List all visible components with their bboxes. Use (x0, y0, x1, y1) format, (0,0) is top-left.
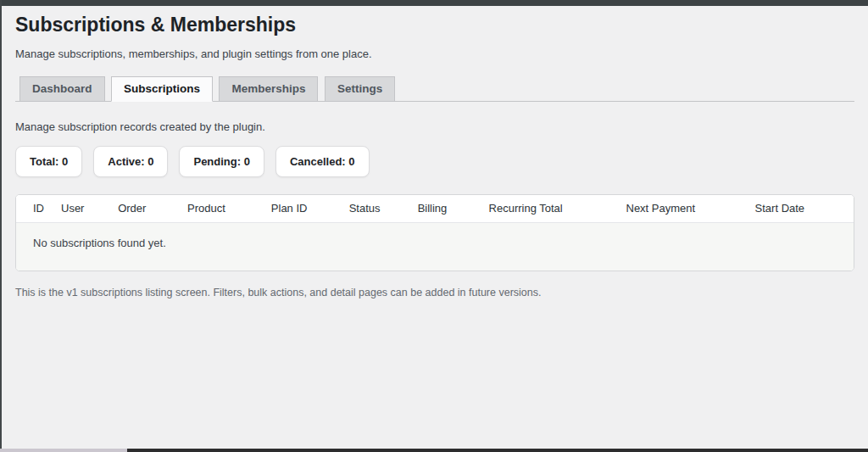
page-subtitle: Manage subscriptions, memberships, and p… (15, 47, 854, 60)
tab-dashboard[interactable]: Dashboard (19, 76, 105, 102)
column-header-status: Status (341, 195, 409, 223)
column-header-user: User (53, 195, 109, 223)
table-header-row: ID User Order Product Plan ID Status Bil… (16, 195, 854, 223)
admin-page: Subscriptions & Memberships Manage subsc… (0, 0, 868, 299)
subscriptions-description: Manage subscription records created by t… (15, 120, 854, 133)
column-header-product: Product (179, 195, 263, 223)
window-frame-top (0, 0, 868, 6)
column-header-start-date: Start Date (747, 195, 854, 223)
stat-pending: Pending: 0 (179, 146, 264, 177)
stat-total: Total: 0 (15, 146, 82, 177)
column-header-plan-id: Plan ID (263, 195, 341, 223)
tab-memberships[interactable]: Memberships (219, 76, 318, 102)
tab-subscriptions[interactable]: Subscriptions (111, 76, 213, 102)
column-header-id: ID (16, 195, 53, 223)
subscriptions-table: ID User Order Product Plan ID Status Bil… (16, 195, 854, 271)
window-frame-bottom-left (0, 449, 127, 452)
empty-state-row: No subscriptions found yet. (16, 222, 854, 271)
page-title: Subscriptions & Memberships (15, 13, 854, 38)
stat-cancelled: Cancelled: 0 (275, 146, 370, 177)
column-header-billing: Billing (409, 195, 481, 223)
window-frame-left (0, 0, 2, 449)
window-frame-bottom (127, 449, 868, 452)
empty-state-message: No subscriptions found yet. (16, 222, 854, 271)
stat-active: Active: 0 (93, 146, 168, 177)
tab-bar: Dashboard Subscriptions Memberships Sett… (15, 76, 854, 102)
column-header-order: Order (109, 195, 179, 223)
subscriptions-table-container: ID User Order Product Plan ID Status Bil… (15, 194, 854, 271)
column-header-recurring-total: Recurring Total (481, 195, 618, 223)
column-header-next-payment: Next Payment (618, 195, 747, 223)
version-footnote: This is the v1 subscriptions listing scr… (15, 287, 854, 299)
stats-row: Total: 0 Active: 0 Pending: 0 Cancelled:… (15, 146, 854, 177)
tab-settings[interactable]: Settings (325, 76, 395, 102)
